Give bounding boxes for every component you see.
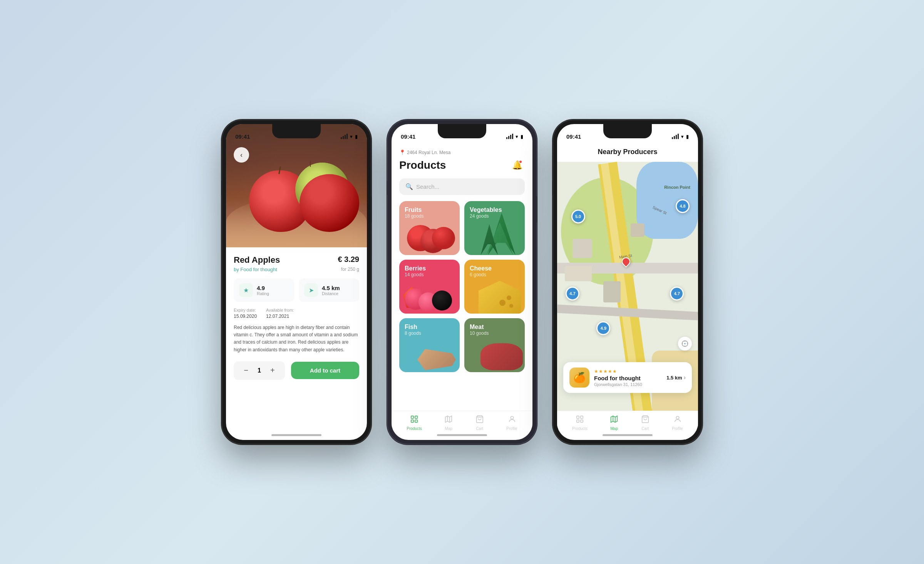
status-time-3: 09:41	[566, 133, 581, 140]
nav-cart[interactable]: Cart	[475, 415, 484, 431]
map-pin-48[interactable]: 4.8	[676, 199, 690, 213]
svg-rect-13	[581, 420, 583, 422]
search-placeholder: Search...	[416, 183, 439, 190]
svg-rect-3	[415, 420, 417, 422]
svg-rect-1	[415, 416, 417, 418]
qty-increase-button[interactable]: +	[267, 365, 278, 376]
svg-rect-10	[577, 416, 579, 418]
chevron-right-icon: ›	[684, 374, 686, 381]
berry-3	[432, 290, 452, 311]
stats-row: ★ 4.9 Rating ➤ 4.5 km Distance	[234, 279, 359, 302]
pin-label-47b: 4.7	[674, 291, 680, 296]
cat-name-cheese: Cheese	[470, 265, 519, 272]
category-meat[interactable]: Meat 10 goods	[464, 318, 525, 372]
search-bar[interactable]: 🔍 Search...	[399, 178, 525, 195]
map-title: Nearby Producers	[598, 148, 657, 156]
phone-1: 09:41 ▾ ▮	[221, 119, 372, 445]
category-cheese[interactable]: Cheese 6 goods	[464, 260, 525, 314]
wifi-icon-1: ▾	[350, 134, 353, 139]
svg-point-7	[511, 416, 513, 419]
nav-label-profile-2: Profile	[506, 426, 517, 431]
category-berries[interactable]: Berries 14 goods	[399, 260, 460, 314]
profile-nav-icon-3	[673, 415, 682, 425]
cat-count-cheese: 6 goods	[470, 272, 519, 277]
cart-nav-icon-3	[641, 415, 649, 425]
nav-profile[interactable]: Profile	[506, 415, 517, 431]
wifi-icon-2: ▾	[516, 134, 518, 139]
cat-count-meat: 10 goods	[470, 331, 519, 336]
nav-cart-3[interactable]: Cart	[641, 415, 649, 431]
nav-profile-3[interactable]: Profile	[672, 415, 683, 431]
producer-address: Gjorwellsgatan 31, 11260	[594, 382, 662, 387]
qty-decrease-button[interactable]: −	[241, 365, 251, 376]
star-icon: ★	[239, 283, 253, 297]
distance-value: 4.5 km	[322, 285, 340, 291]
expiry-label: Expiry date:	[234, 308, 257, 312]
bottom-nav-3: Products Map	[557, 411, 698, 431]
nav-products[interactable]: Products	[407, 415, 422, 431]
phone-2: 09:41 ▾ ▮ 📍 2464 Royal Ln. Mesa	[387, 119, 537, 445]
battery-icon-2: ▮	[521, 134, 523, 139]
notification-dot	[519, 160, 522, 164]
map-pin-47a[interactable]: 4.7	[566, 287, 579, 300]
location-card[interactable]: 🍊 ★★★★★ Food for thought Gjorwellsgatan …	[563, 362, 692, 393]
nav-label-profile-3: Profile	[672, 426, 683, 431]
battery-icon-1: ▮	[355, 134, 358, 139]
product-seller: by Food for thought	[234, 267, 277, 272]
qty-cart-row: − 1 + Add to cart	[234, 361, 359, 380]
svg-rect-12	[577, 420, 579, 422]
add-to-cart-button[interactable]: Add to cart	[291, 362, 359, 379]
compass-button[interactable]	[678, 337, 692, 351]
producer-stars: ★★★★★	[594, 369, 662, 374]
pin-label-47a: 4.7	[569, 291, 575, 296]
category-fish[interactable]: Fish 8 goods	[399, 318, 460, 372]
product-description: Red delicious apples are high in dietary…	[234, 324, 359, 354]
nav-map[interactable]: Map	[444, 415, 453, 431]
building-1	[572, 239, 592, 258]
rating-value: 4.9	[257, 285, 269, 291]
expiry-date: 15.09.2020	[234, 314, 257, 319]
nav-label-map-3: Map	[611, 426, 618, 431]
nav-label-cart-2: Cart	[476, 426, 483, 431]
nav-label-map-2: Map	[445, 426, 452, 431]
producer-name: Food for thought	[594, 375, 662, 381]
back-button[interactable]: ‹	[234, 147, 249, 163]
pin-label-49: 4.9	[601, 326, 606, 331]
navigation-icon: ➤	[304, 283, 318, 297]
cat-name-fish: Fish	[405, 324, 454, 331]
nav-label-products: Products	[407, 426, 422, 431]
rating-label: Rating	[257, 291, 269, 296]
map-nav-icon	[444, 415, 453, 425]
distance-label: Distance	[322, 291, 340, 296]
profile-nav-icon	[508, 415, 516, 425]
search-icon: 🔍	[405, 183, 413, 190]
phone-3: 09:41 ▾ ▮ Nearby Producers	[552, 119, 703, 445]
svg-rect-0	[411, 416, 413, 418]
cat-name-fruits: Fruits	[405, 206, 454, 213]
nav-products-3[interactable]: Products	[572, 415, 587, 431]
pin-label-50: 5.0	[575, 214, 581, 219]
map-pin-50[interactable]: 5.0	[571, 210, 585, 223]
apple-3-img	[300, 174, 359, 232]
status-time-1: 09:41	[235, 133, 250, 140]
available-date: 12.07.2021	[266, 314, 289, 319]
category-fruits[interactable]: Fruits 18 goods	[399, 201, 460, 255]
current-location-pin	[622, 257, 630, 266]
wifi-icon-3: ▾	[681, 134, 684, 139]
rating-card: ★ 4.9 Rating	[234, 279, 294, 302]
cheese-shape	[479, 281, 521, 314]
svg-point-9	[685, 343, 686, 344]
notification-button[interactable]: 🔔	[509, 158, 525, 173]
map-nav-icon-3	[610, 415, 618, 425]
nav-label-cart-3: Cart	[641, 426, 649, 431]
nav-map-3[interactable]: Map	[610, 415, 618, 431]
quantity-control: − 1 +	[234, 361, 285, 380]
battery-icon-3: ▮	[686, 134, 689, 139]
category-vegetables[interactable]: Vegetables 24 goods	[464, 201, 525, 255]
water-area	[636, 162, 698, 239]
product-weight: for 250 g	[341, 267, 359, 272]
svg-point-17	[676, 416, 679, 419]
qty-value: 1	[258, 367, 261, 374]
producer-distance: 1.5 km ›	[666, 374, 686, 381]
producer-info: ★★★★★ Food for thought Gjorwellsgatan 31…	[594, 369, 662, 387]
